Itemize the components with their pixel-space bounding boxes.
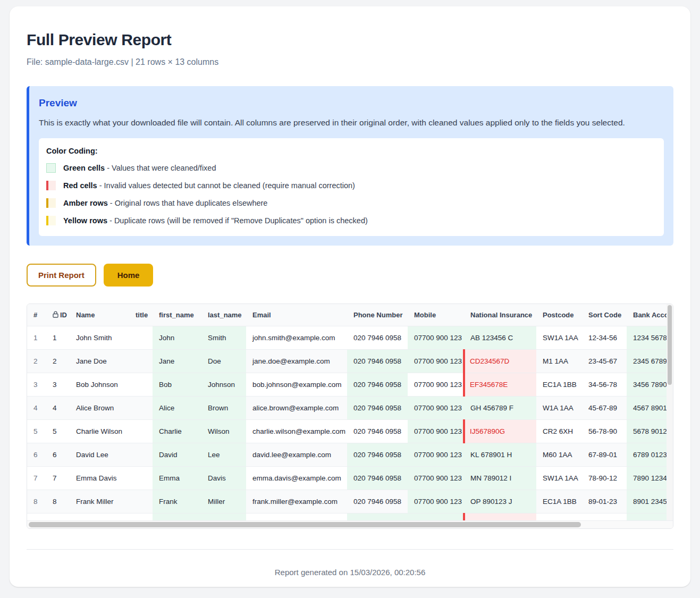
cell-last: Lee xyxy=(201,443,246,467)
cell-num: 6 xyxy=(27,443,46,467)
cell-postcode: W1A 1AA xyxy=(536,397,582,420)
cell-postcode: M60 1AA xyxy=(536,443,582,467)
cell-first: Frank xyxy=(153,490,201,513)
legend-item-yellow: Yellow rows - Duplicate rows (will be re… xyxy=(46,216,656,225)
cell-postcode: M1 1AA xyxy=(536,350,582,373)
cell-phone: 020 7946 0958 xyxy=(347,420,408,443)
table-body: 11John SmithJohnSmithjohn.smith@example.… xyxy=(27,326,673,520)
cell-sort: 34-56-78 xyxy=(582,373,627,397)
column-header-bank: Bank Acco xyxy=(627,304,673,326)
cell-ni: MN 789012 I xyxy=(464,467,536,490)
cell-postcode xyxy=(536,513,582,520)
cell-last: Smith xyxy=(201,326,246,350)
cell-title xyxy=(129,373,153,397)
cell-num xyxy=(27,513,46,520)
table-row: 33Bob JohnsonBobJohnsonbob.johnson@examp… xyxy=(27,373,673,397)
cell-postcode: SW1A 1AA xyxy=(536,467,582,490)
horizontal-scrollbar-thumb[interactable] xyxy=(29,522,581,527)
cell-last: Doe xyxy=(201,350,246,373)
cell-bank: 8901 2345 xyxy=(627,490,673,513)
table-row: 88Frank MillerFrankMillerfrank.miller@ex… xyxy=(27,490,673,513)
cell-name xyxy=(70,513,129,520)
preview-heading: Preview xyxy=(39,97,664,109)
cell-phone: 020 7946 0958 xyxy=(347,467,408,490)
cell-name: Charlie Wilson xyxy=(70,420,129,443)
cell-id: 5 xyxy=(46,420,70,443)
cell-sort: 89-01-23 xyxy=(582,490,627,513)
cell-first: Bob xyxy=(153,373,201,397)
column-header-last: last_name xyxy=(201,304,246,326)
cell-ni: EF345678E xyxy=(464,373,536,397)
cell-mobile: 07700 900 123 xyxy=(408,397,464,420)
cell-num: 3 xyxy=(27,373,46,397)
cell-name: Frank Miller xyxy=(70,490,129,513)
column-header-id: ID xyxy=(46,304,70,326)
cell-ni: GH 456789 F xyxy=(464,397,536,420)
cell-sort: 67-89-01 xyxy=(582,443,627,467)
cell-sort: 12-34-56 xyxy=(582,326,627,350)
vertical-scrollbar[interactable] xyxy=(667,304,673,520)
cell-title xyxy=(129,326,153,350)
column-header-postcode: Postcode xyxy=(536,304,582,326)
report-card: Full Preview Report File: sample-data-la… xyxy=(10,6,690,587)
preview-description: This is exactly what your downloaded fil… xyxy=(39,118,664,128)
cell-postcode: EC1A 1BB xyxy=(536,373,582,397)
action-bar: Print Report Home xyxy=(27,264,673,287)
legend-item-text: Yellow rows - Duplicate rows (will be re… xyxy=(63,216,368,225)
cell-bank: 5678 9012 xyxy=(627,420,673,443)
print-report-button[interactable]: Print Report xyxy=(27,264,96,287)
legend-item-text: Red cells - Invalid values detected but … xyxy=(63,181,355,190)
cell-email: david.lee@example.com xyxy=(246,443,347,467)
cell-sort: 78-90-12 xyxy=(582,467,627,490)
cell-mobile: 07700 900 123 xyxy=(408,467,464,490)
table-row: 55Charlie WilsonCharlieWilsoncharlie.wil… xyxy=(27,420,673,443)
cell-mobile: 07700 900 123 xyxy=(408,350,464,373)
cell-sort: 45-67-89 xyxy=(582,397,627,420)
cell-first: Jane xyxy=(153,350,201,373)
cell-sort xyxy=(582,513,627,520)
cell-postcode: CR2 6XH xyxy=(536,420,582,443)
cell-bank: 2345 6789 xyxy=(627,350,673,373)
cell-last: Miller xyxy=(201,490,246,513)
cell-id: 2 xyxy=(46,350,70,373)
vertical-scrollbar-thumb[interactable] xyxy=(668,305,672,385)
cell-bank: 7890 1234 xyxy=(627,467,673,490)
cell-sort: 23-45-67 xyxy=(582,350,627,373)
cell-phone: 020 7946 0958 xyxy=(347,350,408,373)
page-title: Full Preview Report xyxy=(27,31,673,49)
cell-name: Jane Doe xyxy=(70,350,129,373)
cell-email: charlie.wilson@example.com xyxy=(246,420,347,443)
cell-last: Wilson xyxy=(201,420,246,443)
cell-ni: KL 678901 H xyxy=(464,443,536,467)
cell-mobile: 07700 900 123 xyxy=(408,326,464,350)
cell-bank xyxy=(627,513,673,520)
cell-last: Brown xyxy=(201,397,246,420)
legend-item-green: Green cells - Values that were cleaned/f… xyxy=(46,163,656,173)
horizontal-scrollbar[interactable] xyxy=(27,520,673,528)
cell-postcode: EC1A 1BB xyxy=(536,490,582,513)
cell-id: 4 xyxy=(46,397,70,420)
red-swatch-icon xyxy=(46,181,56,190)
cell-title xyxy=(129,443,153,467)
column-header-email: Email xyxy=(246,304,347,326)
cell-id: 7 xyxy=(46,467,70,490)
cell-email xyxy=(246,513,347,520)
report-footer: Report generated on 15/03/2026, 00:20:56 xyxy=(27,549,673,587)
legend-title: Color Coding: xyxy=(46,147,656,155)
cell-bank: 4567 8901 xyxy=(627,397,673,420)
column-header-mobile: Mobile xyxy=(408,304,464,326)
column-header-num: # xyxy=(27,304,46,326)
cell-title xyxy=(129,420,153,443)
cell-last: Davis xyxy=(201,467,246,490)
cell-phone: 020 7946 0958 xyxy=(347,397,408,420)
cell-name: Emma Davis xyxy=(70,467,129,490)
cell-phone: 020 7946 0958 xyxy=(347,490,408,513)
cell-id: 6 xyxy=(46,443,70,467)
cell-first: David xyxy=(153,443,201,467)
cell-mobile xyxy=(408,513,464,520)
cell-first: Emma xyxy=(153,467,201,490)
cell-ni xyxy=(464,513,536,520)
legend-item-red: Red cells - Invalid values detected but … xyxy=(46,181,656,190)
cell-first: John xyxy=(153,326,201,350)
home-button[interactable]: Home xyxy=(104,264,154,287)
